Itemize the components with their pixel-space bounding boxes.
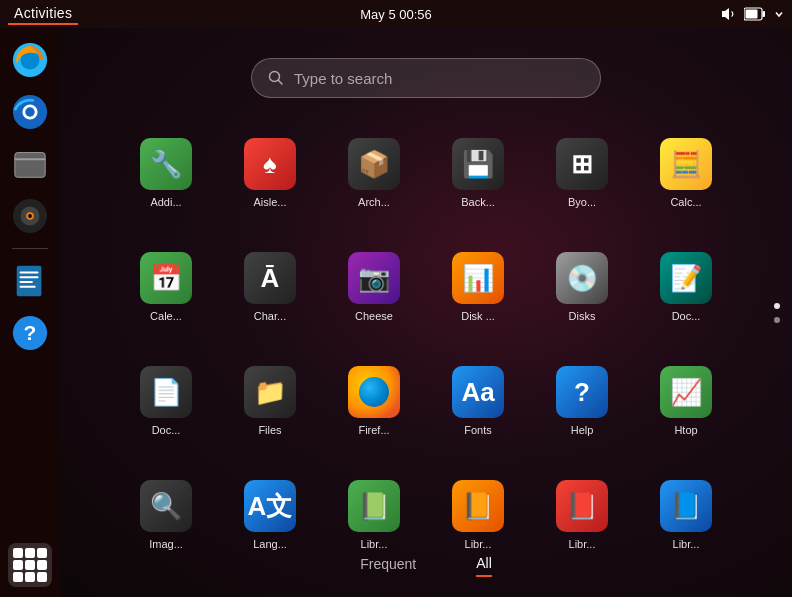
app-item[interactable]: 📊Disk ... (428, 232, 528, 342)
app-icon: 📘 (660, 480, 712, 532)
app-icon: 📁 (244, 366, 296, 418)
app-label: Disks (569, 310, 596, 322)
datetime-display: May 5 00:56 (360, 7, 432, 22)
svg-rect-8 (15, 153, 45, 178)
app-item[interactable]: AaFonts (428, 346, 528, 456)
app-item[interactable]: 📝Doc... (636, 232, 736, 342)
app-label: Doc... (672, 310, 701, 322)
app-icon: A文 (244, 480, 296, 532)
tab-all[interactable]: All (476, 555, 492, 577)
app-item[interactable]: 📕Libr... (532, 460, 632, 570)
app-item[interactable]: 📗Libr... (324, 460, 424, 570)
svg-rect-17 (20, 276, 39, 278)
app-label: Cale... (150, 310, 182, 322)
dropdown-icon[interactable] (774, 9, 784, 19)
bottom-tabs: Frequent All (360, 555, 492, 577)
app-icon: 📷 (348, 252, 400, 304)
app-item[interactable]: 🔧Addi... (116, 118, 216, 228)
app-item[interactable]: 📷Cheese (324, 232, 424, 342)
app-icon: 📊 (452, 252, 504, 304)
svg-rect-10 (15, 158, 45, 160)
app-item[interactable]: 📅Cale... (116, 232, 216, 342)
app-icon: 📈 (660, 366, 712, 418)
app-icon: 📙 (452, 480, 504, 532)
dock-item-files[interactable] (8, 142, 52, 186)
app-item[interactable]: ?Help (532, 346, 632, 456)
search-icon (268, 70, 284, 86)
app-icon: Aa (452, 366, 504, 418)
battery-icon[interactable] (744, 7, 766, 21)
app-item[interactable]: 🔍Imag... (116, 460, 216, 570)
app-label: Fonts (464, 424, 492, 436)
scroll-dot-2 (774, 317, 780, 323)
app-item[interactable]: ⊞Byo... (532, 118, 632, 228)
tab-frequent[interactable]: Frequent (360, 556, 416, 576)
app-item[interactable]: ♠Aisle... (220, 118, 320, 228)
app-label: Imag... (149, 538, 183, 550)
app-label: Aisle... (253, 196, 286, 208)
app-item[interactable]: 🧮Calc... (636, 118, 736, 228)
svg-rect-16 (20, 272, 39, 274)
app-item[interactable]: ĀChar... (220, 232, 320, 342)
show-applications-button[interactable] (8, 543, 52, 587)
app-label: Lang... (253, 538, 287, 550)
app-icon: 🔍 (140, 480, 192, 532)
app-label: Back... (461, 196, 495, 208)
app-label: Addi... (150, 196, 181, 208)
app-item[interactable]: 📈Htop (636, 346, 736, 456)
svg-rect-1 (763, 11, 766, 17)
clock: May 5 00:56 (360, 7, 432, 22)
search-placeholder: Type to search (294, 70, 584, 87)
dock: ? (0, 28, 60, 597)
app-label: Htop (674, 424, 697, 436)
app-label: Calc... (670, 196, 701, 208)
app-label: Files (258, 424, 281, 436)
app-label: Char... (254, 310, 286, 322)
app-icon: ♠ (244, 138, 296, 190)
app-item[interactable]: 💾Back... (428, 118, 528, 228)
app-label: Cheese (355, 310, 393, 322)
app-icon: 🔧 (140, 138, 192, 190)
app-item[interactable]: 📘Libr... (636, 460, 736, 570)
svg-line-23 (279, 81, 283, 85)
app-icon: 🧮 (660, 138, 712, 190)
app-item[interactable]: 📦Arch... (324, 118, 424, 228)
svg-point-7 (25, 107, 35, 117)
svg-rect-18 (20, 281, 33, 283)
app-item[interactable]: 💿Disks (532, 232, 632, 342)
dock-item-rhythmbox[interactable] (8, 194, 52, 238)
volume-icon[interactable] (720, 6, 736, 22)
svg-text:?: ? (24, 321, 37, 344)
app-label: Help (571, 424, 594, 436)
app-item[interactable]: 📙Libr... (428, 460, 528, 570)
dock-item-writer[interactable] (8, 259, 52, 303)
app-icon: 📗 (348, 480, 400, 532)
search-bar[interactable]: Type to search (251, 58, 601, 98)
app-label: Doc... (152, 424, 181, 436)
app-item[interactable]: Firef... (324, 346, 424, 456)
scroll-dot-1 (774, 303, 780, 309)
system-tray (720, 6, 784, 22)
app-icon: ? (556, 366, 608, 418)
app-label: Arch... (358, 196, 390, 208)
svg-rect-19 (20, 286, 36, 288)
app-icon: 📅 (140, 252, 192, 304)
search-container: Type to search (251, 58, 601, 98)
dock-item-help[interactable]: ? (8, 311, 52, 355)
app-icon: 💾 (452, 138, 504, 190)
svg-rect-2 (746, 10, 758, 19)
app-item[interactable]: 📄Doc... (116, 346, 216, 456)
app-label: Libr... (465, 538, 492, 550)
dock-divider (12, 248, 48, 249)
app-item[interactable]: 📁Files (220, 346, 320, 456)
svg-point-14 (28, 214, 32, 218)
app-item[interactable]: A文Lang... (220, 460, 320, 570)
dock-item-thunderbird[interactable] (8, 90, 52, 134)
main-content: Type to search 🔧Addi...♠Aisle...📦Arch...… (60, 28, 792, 597)
top-bar: Activities May 5 00:56 (0, 0, 792, 28)
activities-button[interactable]: Activities (8, 3, 78, 25)
app-grid: 🔧Addi...♠Aisle...📦Arch...💾Back...⊞Byo...… (96, 118, 756, 570)
app-icon: ⊞ (556, 138, 608, 190)
app-icon: 📝 (660, 252, 712, 304)
dock-item-firefox[interactable] (8, 38, 52, 82)
